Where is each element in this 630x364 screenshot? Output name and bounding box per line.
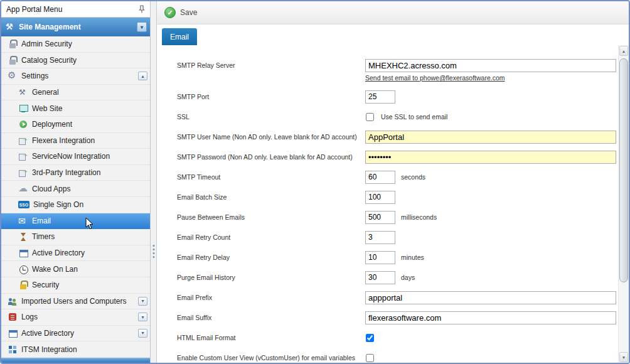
sidebar-item-single-sign-on[interactable]: SSOSingle Sign On xyxy=(1,197,150,213)
email-retry-delay-input[interactable] xyxy=(365,251,395,264)
sidebar-item-flexera-integration[interactable]: Flexera Integration xyxy=(1,133,150,149)
smtp-relay-server-input[interactable] xyxy=(365,59,616,72)
sidebar-item-logs[interactable]: Logs▾ xyxy=(1,309,150,326)
tab-email[interactable]: Email xyxy=(162,28,197,45)
form-row-email-batch-size: Email Batch Size xyxy=(177,187,618,207)
field-control: minutes xyxy=(365,251,424,264)
form-row-html-email-format: HTML Email Format xyxy=(177,328,618,348)
checkbox-inline-label: Use SSL to send email xyxy=(381,113,447,120)
save-button[interactable]: Save xyxy=(164,7,197,18)
field-control xyxy=(365,90,395,104)
tab-strip: Email xyxy=(157,24,629,45)
scroll-up-button[interactable]: ▲ xyxy=(619,46,628,56)
sidebar-item-servicenow-integration[interactable]: ServiceNow Integration xyxy=(1,149,150,165)
gear-icon xyxy=(8,71,18,81)
itsm-icon xyxy=(8,345,18,355)
field-control xyxy=(365,291,616,304)
sidebar-item-label: Logs xyxy=(21,313,38,321)
sidebar-item-catalog-security[interactable]: Catalog Security xyxy=(1,53,150,69)
field-control xyxy=(365,231,395,244)
form-row-ssl: SSLUse SSL to send email xyxy=(177,107,618,127)
sidebar-item-cloud-apps[interactable]: Cloud Apps xyxy=(1,181,150,197)
field-control xyxy=(365,131,616,144)
sidebar-item-deployment[interactable]: Deployment xyxy=(1,117,150,133)
sidebar-item-active-directory[interactable]: Active Directory xyxy=(1,245,150,262)
integration-icon xyxy=(18,136,28,146)
scrollbar-thumb[interactable] xyxy=(619,58,628,282)
html-email-format-checkbox[interactable] xyxy=(366,334,374,342)
smtp-timeout-input[interactable] xyxy=(365,171,395,184)
integration-icon xyxy=(18,151,28,161)
sidebar-item-3rd-party-integration[interactable]: 3rd-Party Integration xyxy=(1,165,150,181)
sidebar-item-wake-on-lan[interactable]: Wake On Lan xyxy=(1,261,150,277)
expand-button[interactable]: ▾ xyxy=(138,297,147,306)
field-control xyxy=(365,354,375,362)
email-batch-size-input[interactable] xyxy=(365,191,395,204)
collapse-button[interactable]: ▴ xyxy=(138,72,147,80)
field-control: milliseconds xyxy=(365,211,437,224)
sidebar-item-imported-users-and-computers[interactable]: Imported Users and Computers▾ xyxy=(1,294,150,310)
form-row-purge-email-history: Purge Email Historydays xyxy=(177,267,618,287)
field-label: Email Retry Count xyxy=(177,233,365,241)
smtp-password-non-ad-only-leave-blank-for-ad-account-input[interactable] xyxy=(365,151,616,164)
content-area: SMTP Relay ServerSend test email to phow… xyxy=(157,45,629,363)
hourglass-icon xyxy=(18,232,28,242)
toolbar: Save xyxy=(157,1,629,24)
form-row-pause-between-emails: Pause Between Emailsmilliseconds xyxy=(177,207,618,227)
field-label: SMTP User Name (Non AD only. Leave blank… xyxy=(177,133,365,141)
chevron-down-icon[interactable]: ▾ xyxy=(137,22,147,32)
clock-icon xyxy=(18,264,28,274)
splitter-handle[interactable] xyxy=(151,1,157,363)
sidebar-item-label: ServiceNow Integration xyxy=(32,152,110,161)
sidebar-item-security[interactable]: Security xyxy=(1,277,150,294)
sidebar-item-active-directory[interactable]: Active Directory▾ xyxy=(1,326,150,342)
sidebar-item-general[interactable]: General xyxy=(1,85,150,101)
sidebar-item-label: Admin Security xyxy=(21,40,72,48)
scrollbar-track[interactable] xyxy=(619,56,629,351)
sidebar-item-timers[interactable]: Timers xyxy=(1,229,150,245)
form-row-email-prefix: Email Prefix xyxy=(177,287,618,308)
sidebar-item-admin-security[interactable]: Admin Security xyxy=(1,36,150,53)
vertical-scrollbar[interactable]: ▲ ▼ xyxy=(618,45,629,363)
form-row-enable-custom-user-view-vcustomuser-for-email-variables: Enable Custom User View (vCustomUser) fo… xyxy=(177,348,618,363)
sidebar-item-label: Catalog Security xyxy=(21,56,77,65)
enable-custom-user-view-vcustomuser-for-email-variables-checkbox[interactable] xyxy=(366,354,374,362)
field-control xyxy=(365,191,395,204)
smtp-user-name-non-ad-only-leave-blank-for-ad-account-input[interactable] xyxy=(365,131,616,144)
sidebar-item-email[interactable]: Email xyxy=(1,213,150,230)
form-row-smtp-port: SMTP Port xyxy=(177,87,618,107)
email-prefix-input[interactable] xyxy=(365,291,616,304)
sidebar-item-label: Web Site xyxy=(32,104,62,113)
email-retry-count-input[interactable] xyxy=(365,231,395,244)
pause-between-emails-input[interactable] xyxy=(365,211,395,224)
form-row-smtp-password-non-ad-only-leave-blank-for-ad-account: SMTP Password (Non AD only. Leave blank … xyxy=(177,147,618,167)
sidebar-section-site-management[interactable]: Site Management ▾ xyxy=(1,18,150,36)
ad-icon xyxy=(8,328,18,338)
sidebar-item-settings[interactable]: Settings▴ xyxy=(1,68,150,85)
sidebar-partial-section-header[interactable] xyxy=(1,358,150,363)
field-control xyxy=(365,334,375,342)
expand-button[interactable]: ▾ xyxy=(138,313,147,321)
sidebar: App Portal Menu Site Management ▾ Admin … xyxy=(1,1,151,363)
scroll-down-button[interactable]: ▼ xyxy=(619,352,628,362)
pin-icon[interactable] xyxy=(139,5,145,13)
field-control xyxy=(365,311,616,324)
smtp-port-input[interactable] xyxy=(365,90,395,104)
field-control: days xyxy=(365,271,415,284)
main-panel: Save Email SMTP Relay ServerSend test em… xyxy=(157,1,629,363)
purge-email-history-input[interactable] xyxy=(365,271,395,284)
email-settings-form: SMTP Relay ServerSend test email to phow… xyxy=(157,45,618,363)
field-label: Purge Email History xyxy=(177,274,365,281)
expand-button[interactable]: ▾ xyxy=(138,329,147,338)
field-label: Email Prefix xyxy=(177,294,365,301)
cloud-icon xyxy=(18,184,28,194)
sidebar-item-itsm-integration[interactable]: ITSM Integration xyxy=(1,341,150,358)
email-suffix-input[interactable] xyxy=(365,311,616,324)
users-icon xyxy=(8,296,18,306)
field-label: SMTP Password (Non AD only. Leave blank … xyxy=(177,153,365,161)
sidebar-item-web-site[interactable]: Web Site xyxy=(1,100,150,117)
send-test-email-link[interactable]: Send test email to phowe@flexerasoftware… xyxy=(365,74,505,82)
wrench-icon xyxy=(18,87,28,97)
sidebar-item-label: Active Directory xyxy=(21,329,74,338)
ssl-checkbox[interactable] xyxy=(366,113,374,121)
